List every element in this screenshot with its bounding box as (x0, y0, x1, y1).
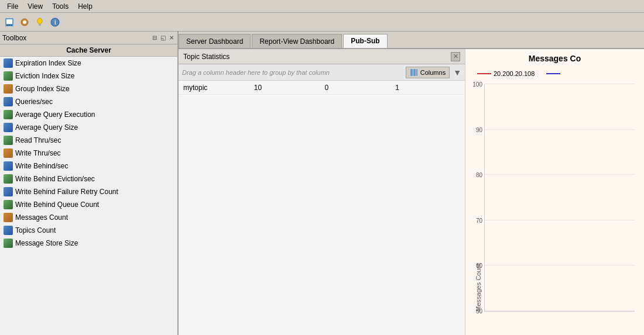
cell-col3: 0 (325, 84, 390, 92)
toolbox-item-label-topics-count: Topics Count (15, 226, 56, 234)
toolbar-icon-1 (5, 18, 14, 27)
toolbox-item-label-avg-query-execution: Average Query Execution (15, 110, 95, 119)
toolbox-item-topics-count[interactable]: Topics Count (0, 224, 177, 237)
toolbox-item-icon-write-behind-eviction-per-sec (4, 174, 13, 184)
toolbox: Toolbox ⊟ ◱ ✕ Cache Server Expiration In… (0, 32, 179, 335)
menu-help[interactable]: Help (73, 1, 97, 12)
toolbox-item-icon-messages-count (4, 213, 13, 222)
columns-button[interactable]: Columns (406, 67, 450, 78)
toolbox-item-message-store-size[interactable]: Message Store Size (0, 237, 177, 250)
chart-grid-line (485, 310, 635, 311)
toolbar-icon-4: i (50, 18, 60, 27)
y-tick-label: 50 (476, 308, 485, 315)
toolbox-item-write-thru-per-sec[interactable]: Write Thru/sec (0, 147, 177, 160)
toolbox-item-messages-count[interactable]: Messages Count (0, 211, 177, 224)
tab-pub-sub[interactable]: Pub-Sub (343, 34, 387, 48)
legend-line-legend-2 (546, 73, 560, 74)
toolbox-item-write-behind-per-sec[interactable]: Write Behind/sec (0, 160, 177, 172)
menu-file[interactable]: File (2, 1, 23, 12)
tab-bar: Server DashboardReport-View DashboardPub… (179, 32, 644, 49)
toolbox-item-expiration-index-size[interactable]: Expiration Index Size (0, 57, 177, 70)
toolbox-close-button[interactable]: ✕ (168, 34, 175, 41)
toolbox-title: Toolbox (2, 34, 26, 42)
y-tick-label: 80 (476, 172, 485, 178)
legend-item-legend-1: 20.200.20.108 (477, 70, 535, 77)
toolbox-item-label-message-store-size: Message Store Size (15, 239, 78, 247)
chart-legend: 20.200.20.108 (465, 68, 644, 80)
toolbox-item-label-write-behind-eviction-per-sec: Write Behind Eviction/sec (15, 175, 95, 183)
toolbox-item-label-eviction-index-size: Eviction Index Size (15, 72, 74, 80)
stats-panel-scroll-btn[interactable]: ▼ (453, 68, 461, 77)
toolbox-item-read-thru-per-sec[interactable]: Read Thru/sec (0, 134, 177, 147)
cell-col4: 1 (395, 84, 460, 92)
toolbox-controls: ⊟ ◱ ✕ (151, 34, 175, 41)
chart-area: Messages Count 1009080706050 (465, 80, 644, 335)
y-tick-label: 70 (476, 217, 485, 223)
columns-btn-label: Columns (420, 69, 446, 76)
chart-grid-line (485, 84, 635, 84)
chart-grid-line (485, 220, 635, 220)
table-row[interactable]: mytopic 10 0 1 (179, 81, 465, 95)
toolbox-item-icon-write-behind-failure-retry-count (4, 187, 13, 196)
toolbar-icon-2 (20, 18, 29, 27)
toolbox-item-icon-write-behind-per-sec (4, 161, 13, 171)
chart-content: 1009080706050 (484, 84, 635, 312)
toolbox-item-write-behind-eviction-per-sec[interactable]: Write Behind Eviction/sec (0, 172, 177, 185)
cell-col2: 10 (254, 84, 319, 92)
svg-rect-2 (6, 25, 12, 26)
svg-rect-10 (413, 69, 416, 76)
toolbar-button-4[interactable]: i (48, 15, 62, 29)
toolbox-item-write-behind-queue-count[interactable]: Write Behind Queue Count (0, 198, 177, 211)
y-tick-label: 90 (476, 126, 485, 133)
toolbox-item-label-write-behind-failure-retry-count: Write Behind Failure Retry Count (15, 188, 118, 196)
toolbox-item-label-write-thru-per-sec: Write Thru/sec (15, 149, 61, 157)
toolbox-item-label-write-behind-queue-count: Write Behind Queue Count (15, 201, 99, 209)
toolbox-dock-button[interactable]: ◱ (159, 34, 167, 41)
toolbox-item-label-expiration-index-size: Expiration Index Size (15, 59, 81, 67)
y-tick-label: 100 (472, 81, 485, 88)
toolbox-item-label-read-thru-per-sec: Read Thru/sec (15, 136, 61, 144)
svg-rect-11 (416, 69, 417, 76)
data-table: mytopic 10 0 1 (179, 81, 465, 335)
chart-title: Messages Co (465, 49, 644, 68)
tab-server-dashboard[interactable]: Server Dashboard (179, 34, 251, 48)
cell-topic: mytopic (183, 84, 248, 92)
menu-view[interactable]: View (23, 1, 47, 12)
toolbox-section-header: Cache Server (0, 44, 177, 57)
toolbar-button-1[interactable] (2, 15, 16, 29)
chart-grid-line (485, 265, 635, 265)
legend-line-legend-1 (477, 73, 491, 74)
svg-text:i: i (54, 19, 56, 26)
toolbox-item-group-index-size[interactable]: Group Index Size (0, 82, 177, 95)
chart-grid-line (485, 174, 635, 175)
toolbar-button-2[interactable] (18, 15, 32, 29)
drag-column-bar: Drag a column header here to group by th… (179, 64, 465, 81)
svg-rect-9 (410, 69, 413, 76)
tab-report-view-dashboard[interactable]: Report-View Dashboard (252, 34, 342, 48)
menu-tools[interactable]: Tools (47, 1, 73, 12)
toolbox-list: Expiration Index Size Eviction Index Siz… (0, 57, 177, 335)
toolbar-button-3[interactable] (33, 15, 47, 29)
toolbox-item-avg-query-size[interactable]: Average Query Size (0, 121, 177, 134)
menu-bar: File View Tools Help (0, 0, 644, 13)
toolbox-header: Toolbox ⊟ ◱ ✕ (0, 32, 177, 44)
toolbox-item-eviction-index-size[interactable]: Eviction Index Size (0, 70, 177, 82)
columns-icon (410, 68, 418, 77)
stats-panel-header: Topic Statistics ✕ (179, 49, 465, 64)
toolbox-pin-button[interactable]: ⊟ (151, 34, 158, 41)
toolbox-item-label-queries-per-sec: Queries/sec (15, 98, 53, 106)
toolbox-item-avg-query-execution[interactable]: Average Query Execution (0, 108, 177, 121)
svg-rect-1 (6, 19, 12, 24)
toolbox-item-queries-per-sec[interactable]: Queries/sec (0, 95, 177, 108)
legend-item-legend-2 (546, 70, 563, 77)
svg-rect-6 (39, 24, 41, 26)
toolbox-item-icon-eviction-index-size (4, 71, 13, 81)
toolbox-item-icon-queries-per-sec (4, 97, 13, 106)
toolbox-item-label-messages-count: Messages Count (15, 213, 68, 222)
chart-grid-line (485, 129, 635, 130)
toolbox-item-label-avg-query-size: Average Query Size (15, 123, 78, 132)
toolbox-item-icon-avg-query-execution (4, 110, 13, 119)
stats-panel-close-button[interactable]: ✕ (451, 52, 460, 61)
drag-column-text: Drag a column header here to group by th… (182, 69, 402, 76)
toolbox-item-write-behind-failure-retry-count[interactable]: Write Behind Failure Retry Count (0, 185, 177, 198)
